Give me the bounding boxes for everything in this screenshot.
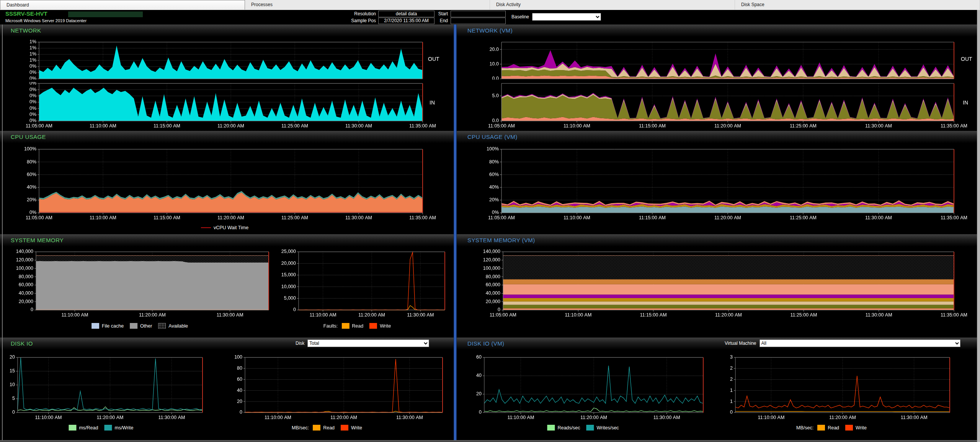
host-name: SSSRV-SE-HVT — [5, 10, 47, 17]
section-network: NETWORK OUT IN — [0, 24, 454, 131]
baseline-select[interactable] — [532, 13, 601, 21]
network-out-chart — [15, 40, 440, 80]
network-out-label: OUT — [428, 56, 439, 62]
memory-title: SYSTEM MEMORY — [11, 237, 64, 243]
vm-column: NETWORK (VM) OUT IN CPU USAGE (VM) SYSTE… — [457, 24, 977, 440]
disk-io-vm-title: DISK IO (VM) — [467, 340, 504, 347]
baseline-label: Baseline — [506, 14, 529, 20]
disk-io-vm-header: DISK IO (VM) Virtual Machine All — [457, 338, 977, 350]
disk-mb-chart — [213, 354, 447, 422]
vm-mb-prefix: MB/sec: — [796, 425, 813, 431]
disk-vm-ops-legend: Reads/sec Writes/sec — [547, 425, 625, 431]
disk-vm-mb-legend: MB/sec: Read Write — [796, 425, 873, 431]
disk-io-title: DISK IO — [11, 340, 33, 347]
tab-disk-activity[interactable]: Disk Activity — [490, 0, 735, 10]
sample-pos-value[interactable]: 2/7/2020 11:35:00 AM — [378, 18, 434, 24]
disk-select[interactable]: Total — [307, 339, 429, 347]
bottom-strip — [0, 440, 980, 442]
vm-mb-read-label: Read — [828, 425, 839, 431]
memory-faults-chart — [272, 249, 449, 320]
writes-sec-label: Writes/sec — [596, 425, 619, 431]
available-label: Available — [168, 323, 188, 329]
faults-read-label: Read — [352, 323, 363, 329]
mb-read-swatch — [313, 425, 320, 431]
section-network-vm: NETWORK (VM) OUT IN — [457, 24, 977, 131]
network-title: NETWORK — [11, 27, 41, 34]
disk-ms-legend: ms/Read ms/Write — [69, 425, 139, 431]
vcpu-wait-swatch — [201, 227, 211, 228]
ms-write-label: ms/Write — [114, 425, 133, 431]
status-bar: SSSRV-SE-HVT Microsoft Windows Server 20… — [0, 10, 980, 24]
section-cpu: CPU USAGE vCPU Wait Time — [0, 131, 454, 234]
disk-vm-mb-chart — [714, 354, 955, 422]
start-label: Start — [434, 11, 448, 16]
memory-vm-title: SYSTEM MEMORY (VM) — [467, 237, 535, 243]
memory-chart — [11, 249, 275, 320]
cpu-chart — [15, 146, 440, 223]
mb-write-swatch — [341, 425, 348, 431]
vm-select-group: Virtual Machine All — [725, 339, 960, 347]
end-input[interactable] — [451, 18, 506, 24]
ms-read-label: ms/Read — [79, 425, 98, 431]
file-cache-label: File cache — [102, 323, 124, 329]
section-memory-vm: SYSTEM MEMORY (VM) — [457, 234, 977, 338]
vm-select-label: Virtual Machine — [725, 341, 756, 346]
column-divider[interactable] — [454, 24, 457, 440]
faults-read-swatch — [341, 323, 349, 329]
memory-legend: File cache Other Available — [91, 323, 194, 329]
start-input[interactable] — [451, 11, 506, 17]
faults-prefix: Faults: — [323, 323, 338, 329]
available-swatch — [158, 323, 166, 329]
end-label: End — [434, 18, 448, 23]
memory-vm-chart — [478, 249, 972, 320]
reads-sec-label: Reads/sec — [557, 425, 580, 431]
memory-vm-header: SYSTEM MEMORY (VM) — [457, 234, 977, 246]
tab-disk-space[interactable]: Disk Space — [735, 0, 980, 10]
main-area: NETWORK OUT IN CPU USAGE vCPU Wait Time — [0, 24, 980, 440]
mb-read-label: Read — [323, 425, 335, 431]
network-vm-in-chart — [478, 82, 972, 129]
disk-io-header: DISK IO Disk Total — [0, 338, 454, 350]
tab-bar: Dashboard Processes Disk Activity Disk S… — [0, 0, 980, 10]
cpu-vm-header: CPU USAGE (VM) — [457, 131, 977, 143]
tab-dashboard[interactable]: Dashboard — [0, 0, 245, 10]
cpu-vm-title: CPU USAGE (VM) — [467, 134, 518, 140]
disk-vm-ops-chart — [464, 354, 709, 422]
network-vm-header: NETWORK (VM) — [457, 24, 977, 37]
left-edge-border — [2, 24, 3, 440]
host-column: NETWORK OUT IN CPU USAGE vCPU Wait Time — [0, 24, 454, 440]
vm-mb-read-swatch — [817, 425, 825, 431]
cpu-legend: vCPU Wait Time — [201, 225, 255, 230]
faults-write-swatch — [369, 323, 377, 329]
virtual-machine-select[interactable]: All — [760, 339, 960, 347]
disk-select-group: Disk Total — [296, 339, 429, 347]
dashboard-screen: Dashboard Processes Disk Activity Disk S… — [0, 0, 980, 442]
section-disk-io: DISK IO Disk Total ms/Read ms/Write MB/s… — [0, 338, 454, 440]
host-redacted-block — [68, 11, 143, 17]
writes-sec-swatch — [586, 425, 594, 431]
ms-read-swatch — [69, 425, 76, 431]
os-name: Microsoft Windows Server 2019 Datacenter — [5, 18, 87, 23]
vertical-scrollbar[interactable] — [977, 10, 980, 442]
cpu-header: CPU USAGE — [0, 131, 454, 143]
section-memory: SYSTEM MEMORY File cache Other Available… — [0, 234, 454, 338]
network-vm-title: NETWORK (VM) — [467, 27, 513, 34]
network-vm-out-chart — [478, 40, 972, 80]
network-vm-in-label: IN — [963, 99, 968, 106]
tab-processes[interactable]: Processes — [245, 0, 490, 10]
vcpu-wait-label: vCPU Wait Time — [214, 225, 248, 230]
network-in-chart — [15, 82, 440, 129]
other-swatch — [130, 323, 137, 329]
disk-mb-legend: MB/sec: Read Write — [292, 425, 368, 431]
ms-write-swatch — [104, 425, 112, 431]
file-cache-swatch — [91, 323, 99, 329]
faults-write-label: Write — [380, 323, 391, 329]
section-cpu-vm: CPU USAGE (VM) — [457, 131, 977, 234]
mb-write-label: Write — [351, 425, 362, 431]
cpu-vm-chart — [478, 146, 972, 223]
disk-select-label: Disk — [296, 341, 304, 346]
resolution-value[interactable]: detail data — [378, 11, 434, 17]
reads-sec-swatch — [547, 425, 555, 431]
vm-mb-write-label: Write — [856, 425, 867, 431]
sample-pos-label: Sample Pos — [338, 18, 376, 23]
